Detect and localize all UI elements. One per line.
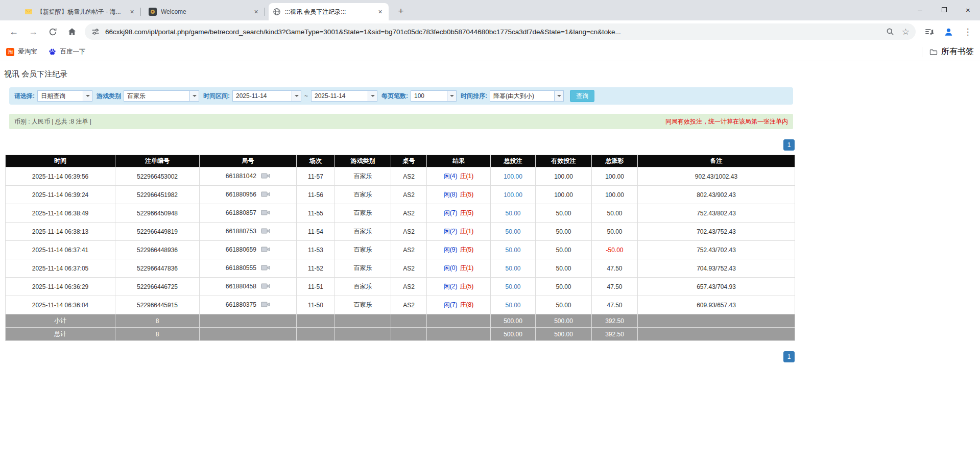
sort-select[interactable]: 降幂(由大到小) xyxy=(490,90,564,102)
cell-total-bet-link[interactable]: 50.00 xyxy=(491,259,536,278)
cell-time: 2025-11-14 06:37:05 xyxy=(6,259,115,278)
col-result: 结果 xyxy=(427,155,491,167)
forward-button[interactable]: → xyxy=(25,23,42,40)
subtotal-row: 小计 8 500.00 500.00 392.50 xyxy=(6,314,795,328)
tab-close-icon[interactable]: × xyxy=(128,8,136,16)
chevron-down-icon[interactable] xyxy=(83,91,92,101)
video-replay-icon[interactable] xyxy=(261,301,270,309)
page-1-button[interactable]: 1 xyxy=(783,351,795,362)
query-type-select[interactable]: 日期查询 xyxy=(37,90,92,102)
address-bar[interactable]: 66cxkj98.com/ipl/portal.php/game/betreco… xyxy=(85,23,916,40)
result-banker: 庄(5) xyxy=(460,283,474,290)
url-text[interactable]: 66cxkj98.com/ipl/portal.php/game/betreco… xyxy=(105,28,881,36)
media-controls-icon[interactable] xyxy=(921,23,937,40)
chevron-down-icon[interactable] xyxy=(554,91,563,101)
chevron-down-icon[interactable] xyxy=(447,91,456,101)
cell-round-no: 661880458 xyxy=(200,278,297,296)
per-page-select[interactable]: 100 xyxy=(411,90,457,102)
total-label: 总计 xyxy=(6,328,115,341)
bookmark-baidu[interactable]: 百度一下 xyxy=(49,47,86,56)
cell-total-bet-link[interactable]: 100.00 xyxy=(491,167,536,186)
cell-round-no: 661880753 xyxy=(200,223,297,241)
cell-result: 闲(8)庄(5) xyxy=(427,186,491,204)
cell-game-type: 百家乐 xyxy=(335,223,391,241)
search-button[interactable]: 查询 xyxy=(570,90,594,102)
cell-note: 902.43/1002.43 xyxy=(638,167,795,186)
bookmark-star-icon[interactable]: ☆ xyxy=(902,28,910,36)
table-row: 2025-11-14 06:39:24 522966451982 6618809… xyxy=(6,186,795,204)
cell-total-bet-link[interactable]: 50.00 xyxy=(491,296,536,314)
total-payout: 392.50 xyxy=(592,328,638,341)
maximize-button[interactable] xyxy=(932,0,956,19)
filter-bar: 请选择: 日期查询 游戏类别 百家乐 时间区间: 2025-11-14 ~ 20… xyxy=(9,87,793,105)
back-button[interactable]: ← xyxy=(5,23,22,40)
profile-avatar[interactable] xyxy=(940,23,957,40)
cell-session: 11-57 xyxy=(297,167,335,186)
result-banker: 庄(1) xyxy=(460,173,474,180)
col-note: 备注 xyxy=(638,155,795,167)
date-from-select[interactable]: 2025-11-14 xyxy=(232,90,301,102)
bookmark-taobao[interactable]: 淘 爱淘宝 xyxy=(6,47,37,56)
cell-payout: 47.50 xyxy=(592,296,638,314)
cell-total-bet-link[interactable]: 50.00 xyxy=(491,241,536,259)
cell-round-no: 661880956 xyxy=(200,186,297,204)
tab-2[interactable]: Welcome × xyxy=(145,3,265,20)
cell-note: 802.43/902.43 xyxy=(638,186,795,204)
tab-close-icon[interactable]: × xyxy=(376,8,385,16)
cell-total-bet-link[interactable]: 100.00 xyxy=(491,186,536,204)
sort-label: 时间排序: xyxy=(461,92,487,101)
chevron-down-icon[interactable] xyxy=(368,91,377,101)
cell-note: 702.43/752.43 xyxy=(638,223,795,241)
date-to-select[interactable]: 2025-11-14 xyxy=(311,90,377,102)
video-replay-icon[interactable] xyxy=(261,228,270,236)
table-row: 2025-11-14 06:36:04 522966445915 6618803… xyxy=(6,296,795,314)
video-replay-icon[interactable] xyxy=(261,191,270,199)
tab-3-active[interactable]: :::视讯 会员下注纪录::: × xyxy=(269,3,389,20)
cell-round-no: 661880375 xyxy=(200,296,297,314)
date-range-label: 时间区间: xyxy=(203,92,230,101)
cell-valid-bet: 50.00 xyxy=(536,241,592,259)
cell-note: 752.43/802.43 xyxy=(638,204,795,223)
game-type-select[interactable]: 百家乐 xyxy=(124,90,199,102)
page-title: 视讯 会员下注纪录 xyxy=(4,69,980,79)
pagination-top: 1 xyxy=(5,139,795,151)
zoom-icon[interactable] xyxy=(886,27,895,36)
cell-total-bet-link[interactable]: 50.00 xyxy=(491,278,536,296)
close-window-button[interactable]: × xyxy=(956,0,980,19)
chevron-down-icon[interactable] xyxy=(292,91,301,101)
video-replay-icon[interactable] xyxy=(261,283,270,291)
toolbar-right: ⋮ xyxy=(921,23,976,40)
cell-payout: 50.00 xyxy=(592,223,638,241)
cell-note: 752.43/702.43 xyxy=(638,241,795,259)
per-page-label: 每页笔数: xyxy=(381,92,408,101)
video-replay-icon[interactable] xyxy=(261,264,270,273)
table-row: 2025-11-14 06:38:49 522966450948 6618808… xyxy=(6,204,795,223)
minimize-button[interactable]: – xyxy=(908,0,932,19)
cell-total-bet-link[interactable]: 50.00 xyxy=(491,204,536,223)
chevron-down-icon[interactable] xyxy=(189,91,199,101)
cell-note: 657.43/704.93 xyxy=(638,278,795,296)
cell-valid-bet: 50.00 xyxy=(536,204,592,223)
subtotal-payout: 392.50 xyxy=(592,314,638,328)
cell-bet-no: 522966446725 xyxy=(115,278,200,296)
home-button[interactable] xyxy=(63,23,81,40)
menu-icon[interactable]: ⋮ xyxy=(960,23,976,40)
cell-result: 闲(7)庄(8) xyxy=(427,296,491,314)
cell-table-no: AS2 xyxy=(391,204,427,223)
reload-button[interactable] xyxy=(44,23,61,40)
tab-close-icon[interactable]: × xyxy=(252,8,260,16)
new-tab-button[interactable]: + xyxy=(394,4,408,18)
video-replay-icon[interactable] xyxy=(261,209,270,217)
page-1-button[interactable]: 1 xyxy=(783,139,795,151)
video-replay-icon[interactable] xyxy=(261,246,270,254)
site-info-icon[interactable] xyxy=(91,27,100,36)
window-controls: – × xyxy=(908,0,980,19)
omnibox-actions: ☆ xyxy=(886,27,910,36)
maximize-icon xyxy=(942,7,947,12)
cell-total-bet-link[interactable]: 50.00 xyxy=(491,223,536,241)
tab-1[interactable]: 【新提醒】杨雪儿的帖子 - 海... × xyxy=(20,3,140,20)
all-bookmarks[interactable]: 所有书签 xyxy=(922,46,974,57)
game-icon xyxy=(149,8,157,16)
video-replay-icon[interactable] xyxy=(261,173,270,181)
tab-title: Welcome xyxy=(161,8,249,15)
